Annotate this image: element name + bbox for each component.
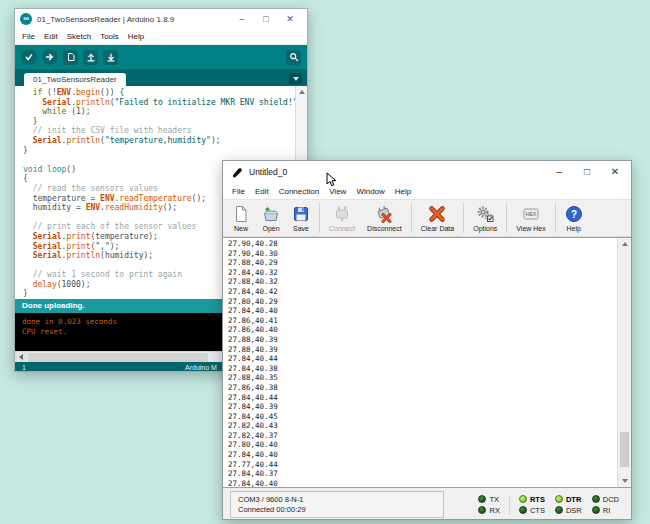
led-label: RX [489, 506, 499, 515]
coolterm-menu-help[interactable]: Help [395, 187, 411, 196]
scroll-left-button[interactable] [15, 352, 27, 363]
scroll-left-icon [19, 354, 23, 360]
hex-box-icon: HEX [522, 205, 540, 224]
toolbar-button-label: Disconnect [367, 225, 402, 232]
verify-button[interactable] [21, 49, 37, 65]
led-tx: TX [478, 495, 499, 504]
minimize-button[interactable]: – [545, 163, 573, 181]
coolterm-menu-edit[interactable]: Edit [255, 187, 269, 196]
arduino-window-controls: –□✕ [230, 11, 302, 27]
arduino-menubar: FileEditSketchToolsHelp [15, 29, 307, 45]
serial-line: 27.88,40.32 [228, 277, 615, 287]
toolbar-button-label: Clear Data [421, 225, 454, 232]
tab-dropdown-button[interactable] [289, 73, 302, 84]
open-sketch-button[interactable] [83, 50, 98, 65]
led-off-icon [592, 495, 600, 503]
arrow-up-icon [86, 48, 96, 66]
toolbar-button-label: New [234, 225, 248, 232]
coolterm-toolbar: NewOpenSaveConnectDisconnectClear DataOp… [223, 199, 631, 237]
connection-info-panel: COM3 / 9600 8-N-1 Connected 00:00:29 [230, 491, 444, 518]
code-line: Serial.println("Failed to initialize MKR… [23, 98, 293, 108]
mouse-cursor-icon [326, 172, 337, 187]
check-icon [24, 48, 34, 66]
code-line: } [23, 146, 293, 156]
led-dtr: DTR [555, 495, 582, 504]
new-button[interactable]: New [226, 204, 256, 233]
led-label: RI [603, 506, 611, 515]
close-button[interactable]: ✕ [601, 163, 629, 181]
serial-line: 27.90,40.28 [228, 239, 615, 249]
svg-text:HEX: HEX [526, 211, 537, 217]
arrow-down-icon [106, 48, 116, 66]
serial-line: 27.84,40.32 [228, 268, 615, 278]
serial-line: 27.80,40.29 [228, 297, 615, 307]
tab-sketch[interactable]: 01_TwoSensorsReader [24, 73, 126, 86]
usb-disconnect-icon [375, 205, 393, 224]
scrollbar-thumb[interactable] [620, 432, 629, 467]
coolterm-menu-view[interactable]: View [329, 187, 346, 196]
coolterm-window-title: Untitled_0 [249, 167, 545, 177]
question-mark-icon: ? [565, 205, 583, 224]
hscroll-thumb[interactable] [28, 353, 208, 362]
toolbar-button-label: Open [262, 225, 279, 232]
coolterm-titlebar[interactable]: Untitled_0 –□✕ [223, 161, 631, 183]
led-off-icon [592, 506, 600, 514]
options-button[interactable]: Options [467, 204, 503, 233]
coolterm-statusbar: COM3 / 9600 8-N-1 Connected 00:00:29 TXR… [223, 488, 631, 520]
serial-line: 27.86,40.41 [228, 316, 615, 326]
open-button[interactable]: Open [256, 204, 286, 233]
arduino-menu-file[interactable]: File [22, 32, 35, 41]
arrow-right-icon [45, 48, 55, 66]
maximize-button[interactable]: □ [573, 163, 601, 181]
serial-line: 27.84,40.44 [228, 393, 615, 403]
led-label: DSR [566, 506, 582, 515]
save-sketch-button[interactable] [103, 50, 118, 65]
new-sketch-button[interactable] [63, 50, 78, 65]
coolterm-menu-file[interactable]: File [232, 187, 245, 196]
toolbar-separator [506, 203, 507, 233]
led-column: DCDRI [587, 495, 624, 515]
code-line: // init the CSV file with headers [23, 126, 293, 136]
serial-line: 27.84,40.45 [228, 412, 615, 422]
usb-plug-icon [333, 205, 351, 224]
serial-line: 27.90,40.30 [228, 249, 615, 259]
serial-line: 27.86,40.38 [228, 383, 615, 393]
serial-line: 27.84,40.38 [228, 364, 615, 374]
toolbar-button-label: Help [567, 225, 581, 232]
serial-monitor-button[interactable] [286, 50, 301, 65]
port-settings: COM3 / 9600 8-N-1 [238, 495, 436, 505]
clear-data-button[interactable]: Clear Data [415, 204, 460, 233]
save-floppy-icon [292, 205, 310, 224]
upload-button[interactable] [42, 49, 58, 65]
minimize-button[interactable]: – [230, 11, 254, 27]
view-hex-button[interactable]: HEXView Hex [510, 204, 551, 233]
serial-output[interactable]: 27.90,40.2827.90,40.3027.88,40.2927.84,4… [223, 237, 631, 488]
coolterm-window-controls: –□✕ [545, 163, 629, 181]
serial-line: 27.88,40.39 [228, 335, 615, 345]
coolterm-menu-window[interactable]: Window [356, 187, 384, 196]
help-button[interactable]: ?Help [559, 204, 589, 233]
save-button[interactable]: Save [286, 204, 316, 233]
led-on-icon [555, 495, 563, 503]
code-line: } [23, 117, 293, 127]
led-label: DTR [566, 495, 581, 504]
serial-line: 27.88,40.35 [228, 373, 615, 383]
arduino-menu-help[interactable]: Help [128, 32, 144, 41]
coolterm-menu-connection[interactable]: Connection [279, 187, 319, 196]
scroll-down-icon [622, 479, 628, 483]
maximize-button[interactable]: □ [254, 11, 278, 27]
connection-state: Connected 00:00:29 [238, 505, 436, 515]
arduino-menu-tools[interactable]: Tools [100, 32, 119, 41]
close-button[interactable]: ✕ [278, 11, 302, 27]
serial-line: 27.80,40.40 [228, 440, 615, 450]
serial-scrollbar[interactable] [617, 238, 631, 487]
arduino-menu-edit[interactable]: Edit [44, 32, 58, 41]
toolbar-button-label: View Hex [516, 225, 545, 232]
arduino-titlebar[interactable]: ∞ 01_TwoSensorsReader | Arduino 1.8.9 –□… [15, 9, 307, 29]
arduino-menu-sketch[interactable]: Sketch [67, 32, 91, 41]
serial-line: 27.77,40.44 [228, 460, 615, 470]
disconnect-button[interactable]: Disconnect [361, 204, 408, 233]
arduino-window-title: 01_TwoSensorsReader | Arduino 1.8.9 [37, 15, 230, 24]
arduino-toolbar [15, 45, 307, 69]
red-x-icon [428, 205, 446, 224]
